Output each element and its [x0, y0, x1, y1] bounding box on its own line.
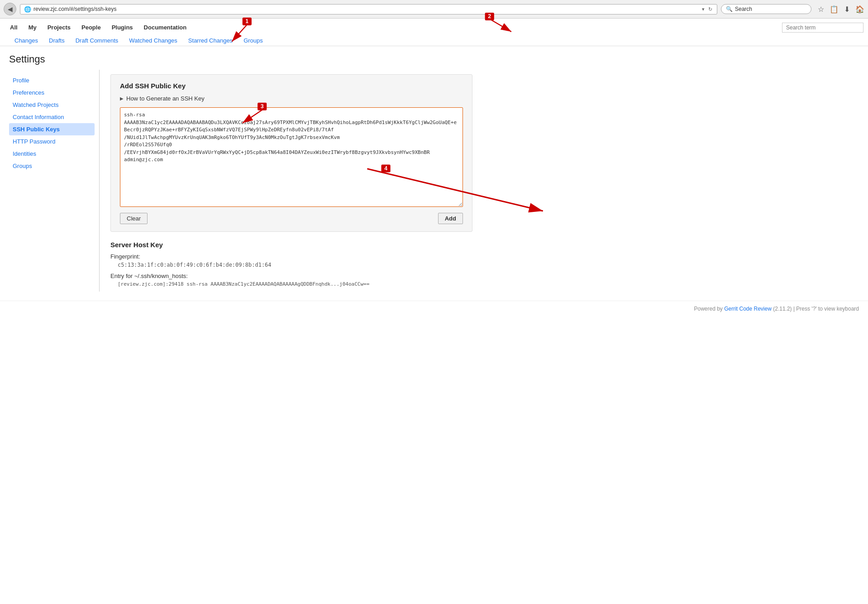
- nav-item-my[interactable]: My: [23, 22, 42, 33]
- add-button[interactable]: Add: [438, 213, 463, 224]
- sub-nav-watched-changes[interactable]: Watched Changes: [124, 35, 181, 46]
- sub-nav-draft-comments[interactable]: Draft Comments: [71, 35, 123, 46]
- sidebar-item-groups[interactable]: Groups: [9, 160, 95, 172]
- how-to-toggle[interactable]: ▶ How to Generate an SSH Key: [120, 95, 463, 102]
- button-row: Clear Add: [120, 213, 463, 224]
- search-term-input-wrapper: [782, 23, 863, 33]
- fingerprint-label: Fingerprint:: [110, 253, 472, 260]
- sidebar-item-watched-projects[interactable]: Watched Projects: [9, 99, 95, 111]
- address-text: review.zjc.com/#/settings/ssh-keys: [33, 6, 699, 12]
- triangle-icon: ▶: [120, 96, 124, 101]
- sub-nav-drafts[interactable]: Drafts: [44, 35, 69, 46]
- page-footer: Powered by Gerrit Code Review (2.11.2) |…: [0, 301, 868, 316]
- address-dropdown-button[interactable]: ▾: [701, 6, 706, 12]
- sub-nav-changes[interactable]: Changes: [10, 35, 43, 46]
- home-icon[interactable]: 🏠: [855, 5, 864, 14]
- server-host-key-section: Server Host Key Fingerprint: c5:13:3a:1f…: [110, 241, 472, 287]
- browser-action-icons: ☆ 📋 ⬇ 🏠: [818, 5, 864, 14]
- ssh-key-textarea[interactable]: ssh-rsa AAAAB3NzaC1yc2EAAAADAQABAABAQDu3…: [120, 107, 463, 207]
- footer-version: (2.11.2) | Press '?' to view keyboard: [772, 306, 859, 312]
- back-button[interactable]: ◀: [4, 3, 16, 15]
- star-icon[interactable]: ☆: [818, 5, 824, 14]
- sub-nav-starred-changes[interactable]: Starred Changes: [184, 35, 237, 46]
- add-ssh-key-title: Add SSH Public Key: [120, 82, 463, 90]
- top-nav-sub: Changes Drafts Draft Comments Watched Ch…: [5, 34, 863, 46]
- gerrit-link[interactable]: Gerrit Code Review: [724, 306, 772, 312]
- entry-value: [review.zjc.com]:29418 ssh-rsa AAAAB3Nza…: [118, 281, 472, 287]
- clear-button[interactable]: Clear: [120, 213, 148, 224]
- server-key-title: Server Host Key: [110, 241, 472, 249]
- nav-item-people[interactable]: People: [76, 22, 106, 33]
- bookmark-icon[interactable]: 📋: [830, 5, 839, 14]
- entry-label: Entry for ~/.ssh/known_hosts:: [110, 273, 472, 279]
- search-icon: 🔍: [726, 6, 733, 12]
- sidebar: Profile Preferences Watched Projects Con…: [9, 70, 100, 292]
- top-nav: All My Projects People Plugins Documenta…: [0, 19, 868, 46]
- main-content: Add SSH Public Key ▶ How to Generate an …: [100, 70, 859, 292]
- browser-chrome: ◀ 🌐 review.zjc.com/#/settings/ssh-keys ▾…: [0, 0, 868, 19]
- sidebar-item-ssh-public-keys[interactable]: SSH Public Keys: [9, 123, 95, 135]
- top-nav-main: All My Projects People Plugins Documenta…: [5, 19, 863, 34]
- address-bar[interactable]: 🌐 review.zjc.com/#/settings/ssh-keys ▾ ↻: [20, 4, 717, 14]
- nav-item-plugins[interactable]: Plugins: [106, 22, 138, 33]
- sidebar-item-identities[interactable]: Identities: [9, 148, 95, 160]
- sidebar-item-preferences[interactable]: Preferences: [9, 86, 95, 99]
- how-to-label: How to Generate an SSH Key: [126, 95, 205, 102]
- browser-search-placeholder: Search: [735, 6, 752, 12]
- add-ssh-key-section: Add SSH Public Key ▶ How to Generate an …: [110, 74, 472, 232]
- globe-icon: 🌐: [24, 6, 31, 13]
- nav-item-projects[interactable]: Projects: [42, 22, 76, 33]
- footer-text: Powered by: [694, 306, 724, 312]
- content-area: Profile Preferences Watched Projects Con…: [0, 70, 868, 292]
- nav-item-all[interactable]: All: [5, 22, 23, 33]
- refresh-button[interactable]: ↻: [707, 6, 713, 12]
- download-icon[interactable]: ⬇: [844, 5, 850, 14]
- page-title: Settings: [0, 46, 868, 70]
- sidebar-item-http-password[interactable]: HTTP Password: [9, 135, 95, 148]
- fingerprint-value: c5:13:3a:1f:c0:ab:0f:49:c0:6f:b4:de:09:8…: [118, 262, 472, 268]
- browser-search-bar[interactable]: 🔍 Search: [721, 4, 811, 14]
- nav-item-documentation[interactable]: Documentation: [138, 22, 192, 33]
- sidebar-item-contact-information[interactable]: Contact Information: [9, 111, 95, 123]
- sub-nav-groups[interactable]: Groups: [239, 35, 267, 46]
- search-term-input[interactable]: [782, 23, 863, 33]
- sidebar-item-profile[interactable]: Profile: [9, 74, 95, 86]
